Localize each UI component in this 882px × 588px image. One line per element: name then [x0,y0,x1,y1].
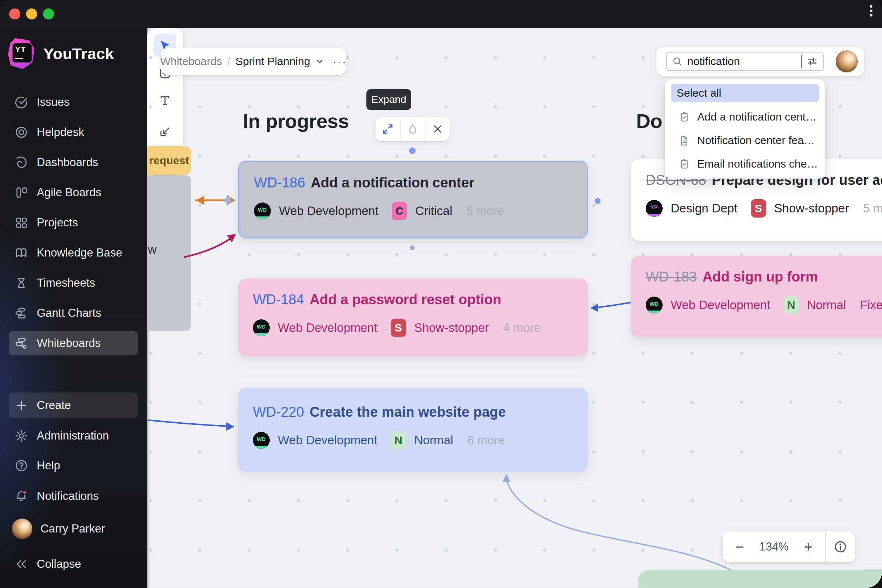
priority-tag[interactable]: Normal [414,433,453,447]
text-caret [801,55,802,68]
sidebar-user[interactable]: Carry Parker [9,517,138,541]
sidebar-collapse[interactable]: Collapse [9,552,138,576]
sidebar-item-dashboards[interactable]: Dashboards [9,150,138,175]
priority-tag[interactable]: Show-stopper [774,201,849,215]
issue-title: Create the main website page [309,404,506,420]
sidebar-item-label: Knowledge Base [37,246,122,260]
user-avatar[interactable] [836,50,858,72]
swirl-icon [14,155,28,170]
gear-icon [14,429,28,443]
issue-id-link[interactable]: WD-186 [254,175,305,191]
issue-id-link[interactable]: WD-220 [253,404,304,420]
project-tag[interactable]: Web Development [670,298,770,312]
sidebar-item-knowledge-base[interactable]: Knowledge Base [9,241,138,265]
sidebar-item-label: Administration [37,429,109,442]
sidebar-item-label: Projects [37,216,78,230]
kebab-menu-icon[interactable] [870,5,873,16]
sidebar-item-timesheets[interactable]: Timesheets [9,271,138,295]
filter-icon[interactable] [806,56,818,67]
chevron-down-icon[interactable] [315,56,325,66]
sidebar-item-projects[interactable]: Projects [9,211,138,235]
sidebar-item-notifications[interactable]: Notifications [9,484,138,508]
suggestion-item[interactable]: Email notifications che… [670,155,819,173]
priority-badge[interactable]: S [391,319,406,337]
check-circle-icon [14,95,28,110]
expand-card-button[interactable] [376,117,400,141]
zoom-controls: − 134% + [723,531,855,562]
zoom-in-button[interactable]: + [804,540,813,554]
gantt-icon [14,306,28,321]
lifebuoy-icon [14,125,28,140]
sidebar-item-agile-boards[interactable]: Agile Boards [9,180,138,205]
grid-icon [14,215,28,230]
priority-badge[interactable]: N [783,296,799,314]
more-tags[interactable]: 5 more [863,201,882,215]
issue-id-link[interactable]: WD-184 [253,292,304,308]
collapse-chevrons-icon [14,557,28,572]
partial-green-card[interactable] [638,570,882,588]
priority-badge[interactable]: N [391,431,406,450]
breadcrumb-root[interactable]: Whiteboards [160,55,222,68]
more-tags[interactable]: 6 more [467,433,505,447]
search-value: notification [687,55,796,68]
more-tags[interactable]: 5 more [466,204,504,218]
column-title-done: Do [636,110,662,132]
suggestion-item[interactable]: Notification center fea… [670,131,819,150]
priority-badge[interactable]: S [751,199,766,218]
search-input[interactable]: notification [666,52,824,71]
project-tag[interactable]: Web Development [278,433,377,447]
issue-card-wd184[interactable]: WD-184Add a password reset option WD Web… [238,279,588,357]
project-tag[interactable]: Design Dept [670,201,738,215]
issue-card-wd183[interactable]: WD-183Add sign up form WD Web Developmen… [631,256,882,338]
project-avatar: WD [253,320,270,336]
breadcrumb-separator: / [227,55,230,68]
issue-card-wd220[interactable]: WD-220Create the main website page WD We… [238,388,588,472]
project-avatar: YP [646,200,663,217]
arrow-tool-button[interactable] [154,120,176,143]
sidebar-item-gantt-charts[interactable]: Gantt Charts [9,301,138,325]
zoom-out-button[interactable]: − [735,540,744,554]
expand-window-button[interactable] [43,9,54,20]
close-icon[interactable] [425,117,450,141]
minimize-window-button[interactable] [26,9,37,20]
priority-badge[interactable]: C [392,202,407,220]
breadcrumb: Whiteboards / Sprint Planning ··· [161,48,346,75]
sidebar-item-whiteboards[interactable]: Whiteboards [9,331,138,356]
select-all-option[interactable]: Select all [670,84,819,102]
text-tool-button[interactable] [154,89,176,112]
suggestion-item[interactable]: Add a notification cent… [670,108,819,126]
sticky-note-request[interactable]: request [147,146,191,175]
color-droplet-button[interactable] [400,117,425,141]
sidebar-item-administration[interactable]: Administration [9,424,138,448]
sidebar-item-help[interactable]: Help [9,453,138,478]
sidebar-item-label: Help [37,459,60,472]
board-columns-icon [14,185,28,200]
sidebar-item-helpdesk[interactable]: Helpdesk [9,120,138,144]
priority-tag[interactable]: Show-stopper [414,321,489,335]
state-tag[interactable]: Fixed [860,298,882,312]
board-options-button[interactable]: ··· [332,60,347,63]
issue-id-link[interactable]: WD-183 [646,269,697,285]
user-avatar [12,519,32,539]
sidebar: YT YouTrack Issues Helpdesk Dashboards A… [0,28,147,588]
project-avatar: WD [253,432,270,449]
sidebar-item-issues[interactable]: Issues [9,90,138,114]
logo-text: YouTrack [44,45,114,63]
more-tags[interactable]: 4 more [503,321,541,335]
create-button[interactable]: Create [9,393,138,418]
issue-card-wd186[interactable]: WD-186Add a notification center WD Web D… [238,160,588,238]
book-icon [14,246,28,260]
breadcrumb-current[interactable]: Sprint Planning [236,55,310,68]
zoom-level: 134% [759,540,788,554]
project-tag[interactable]: Web Development [279,204,378,218]
project-tag[interactable]: Web Development [278,321,377,335]
whiteboard-canvas[interactable]: request w In progress [147,28,882,588]
info-icon[interactable] [826,540,855,554]
task-icon [679,111,690,122]
close-window-button[interactable] [9,9,20,20]
partial-card[interactable]: w [147,175,191,331]
priority-tag[interactable]: Normal [807,298,846,312]
priority-tag[interactable]: Critical [415,204,452,218]
app-logo: YT YouTrack [8,38,114,70]
sidebar-item-label: Dashboards [37,156,98,169]
